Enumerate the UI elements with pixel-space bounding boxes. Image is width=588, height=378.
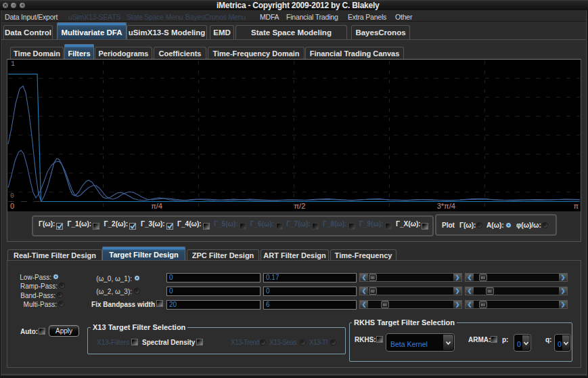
svg-text:0: 0 <box>10 192 14 200</box>
svg-text:0: 0 <box>10 202 14 210</box>
svg-text:3*π/4: 3*π/4 <box>437 202 455 210</box>
svg-text:π/2: π/2 <box>294 202 306 210</box>
svg-text:π: π <box>573 202 579 210</box>
svg-text:π/4: π/4 <box>151 202 162 210</box>
svg-text:1: 1 <box>11 60 15 68</box>
